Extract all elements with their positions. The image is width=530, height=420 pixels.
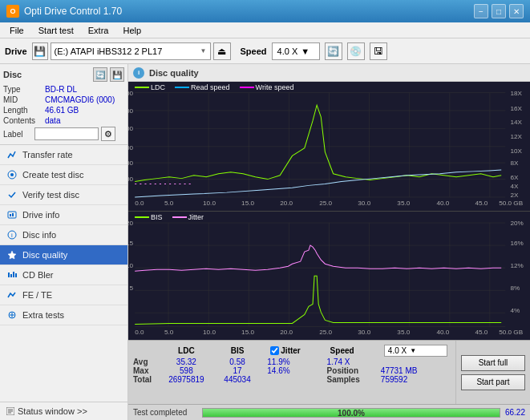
drive-value: (E:) ATAPI iHBS312 2 PL17 — [55, 46, 163, 56]
sidebar-item-fe-te[interactable]: FE / TE — [0, 285, 127, 305]
jitter-checkbox[interactable] — [270, 346, 279, 355]
svg-text:200: 200 — [128, 160, 134, 167]
svg-text:15.0: 15.0 — [241, 200, 254, 207]
disc-refresh-icon[interactable]: 🔄 — [93, 67, 107, 82]
refresh-button[interactable]: 🔄 — [325, 42, 342, 60]
legend-jitter: Jitter — [188, 213, 204, 221]
sidebar-item-create-test-disc[interactable]: Create test disc — [0, 165, 127, 185]
stats-speed-dropdown[interactable]: 4.0 X ▼ — [384, 345, 447, 357]
charts-area: LDC Read speed Write speed — [128, 82, 530, 340]
disc-mid-label: MID — [3, 95, 45, 104]
stats-table: LDC BIS Jitter Speed — [133, 344, 451, 384]
legend-read-speed: Read speed — [191, 83, 230, 91]
svg-text:400: 400 — [128, 125, 134, 132]
progress-bar-container: 100.0% — [202, 408, 500, 418]
total-ldc: 26975819 — [157, 375, 216, 384]
speed-value: 4.0 X — [277, 46, 298, 56]
cd-bler-icon — [6, 269, 18, 281]
disc-contents-label: Contents — [3, 116, 45, 125]
chart-header: i Disc quality — [128, 64, 530, 82]
svg-marker-7 — [8, 251, 16, 259]
svg-rect-9 — [10, 274, 12, 277]
svg-point-1 — [10, 173, 14, 176]
progress-area: Test completed 100.0% 66.22 — [128, 404, 530, 420]
svg-text:15: 15 — [128, 240, 134, 247]
svg-text:15.0: 15.0 — [241, 329, 254, 336]
disc-mid-row: MID CMCMAGDI6 (000) — [3, 95, 124, 104]
extra-tests-icon — [6, 309, 18, 321]
sidebar-item-label-fe-te: FE / TE — [22, 290, 52, 300]
top-chart-legend: LDC Read speed Write speed — [135, 83, 293, 91]
disc-label-input[interactable] — [34, 127, 99, 140]
sidebar-item-label-create-test-disc: Create test disc — [22, 170, 83, 180]
svg-text:16X: 16X — [510, 105, 522, 112]
nav-items: Transfer rate Create test disc Verify te… — [0, 145, 127, 402]
max-label: Max — [133, 366, 157, 375]
maximize-button[interactable]: □ — [492, 4, 506, 18]
disc-label-btn[interactable]: ⚙ — [101, 127, 115, 141]
max-jitter: 14.6% — [267, 366, 326, 375]
menu-start-test[interactable]: Start test — [32, 24, 80, 37]
chart-title-icon: i — [133, 67, 144, 79]
sidebar-item-label-drive-info: Drive info — [22, 210, 59, 220]
svg-text:6X: 6X — [510, 174, 519, 181]
disc-save-icon[interactable]: 💾 — [110, 67, 124, 82]
sidebar-item-drive-info[interactable]: Drive info — [0, 205, 127, 225]
sidebar-item-extra-tests[interactable]: Extra tests — [0, 305, 127, 325]
start-full-button[interactable]: Start full — [461, 355, 525, 371]
sidebar-item-verify-test-disc[interactable]: Verify test disc — [0, 185, 127, 205]
svg-text:5.0: 5.0 — [164, 200, 174, 207]
svg-text:20: 20 — [128, 220, 134, 227]
sidebar-item-label-cd-bler: CD Bler — [22, 270, 54, 280]
disc-button[interactable]: 💿 — [347, 42, 365, 60]
svg-text:12X: 12X — [510, 133, 522, 140]
progress-value: 66.22 — [505, 408, 525, 417]
disc-label-text: Label — [3, 130, 32, 139]
svg-text:100: 100 — [128, 176, 134, 184]
sidebar-item-cd-bler[interactable]: CD Bler — [0, 265, 127, 285]
start-part-button[interactable]: Start part — [461, 374, 525, 390]
top-chart-svg: 600 500 400 300 200 100 18X 16X 14X 12X … — [128, 82, 530, 211]
speed-display: 1.74 X — [327, 357, 451, 366]
disc-header: Disc 🔄 💾 — [3, 67, 124, 82]
svg-text:4%: 4% — [510, 307, 520, 314]
status-window-button[interactable]: Status window >> — [0, 402, 127, 420]
drive-icon[interactable]: 💾 — [32, 42, 48, 60]
svg-text:8%: 8% — [510, 285, 520, 292]
save-button[interactable]: 🖫 — [370, 42, 387, 60]
stats-table-area: LDC BIS Jitter Speed — [128, 341, 455, 404]
menu-help[interactable]: Help — [116, 24, 148, 37]
disc-length-label: Length — [3, 106, 45, 115]
avg-ldc: 35.32 — [157, 357, 216, 366]
close-button[interactable]: ✕ — [509, 4, 524, 18]
disc-length-row: Length 46.61 GB — [3, 106, 124, 115]
app-icon: O — [6, 5, 19, 18]
col-header-ldc: LDC — [157, 344, 216, 357]
sidebar-item-disc-info[interactable]: i Disc info — [0, 225, 127, 245]
svg-text:12%: 12% — [510, 262, 523, 269]
speed-label: Speed — [241, 46, 267, 56]
eject-button[interactable]: ⏏ — [213, 42, 231, 60]
sidebar-item-disc-quality[interactable]: Disc quality — [0, 245, 127, 265]
menu-bar: File Start test Extra Help — [0, 22, 530, 38]
svg-text:8X: 8X — [510, 160, 519, 167]
right-panel: i Disc quality LDC Read speed — [128, 64, 530, 420]
action-buttons: Start full Start part — [455, 341, 530, 404]
svg-rect-10 — [13, 272, 14, 277]
col-header-bis: BIS — [216, 344, 260, 357]
avg-bis: 0.58 — [216, 357, 260, 366]
minimize-button[interactable]: − — [474, 4, 488, 18]
svg-text:30.0: 30.0 — [358, 200, 370, 207]
speed-dropdown[interactable]: 4.0 X ▼ — [272, 42, 320, 60]
max-ldc: 598 — [157, 366, 216, 375]
status-window-icon — [6, 407, 14, 415]
drive-dropdown[interactable]: (E:) ATAPI iHBS312 2 PL17 ▼ — [51, 42, 211, 60]
menu-file[interactable]: File — [3, 24, 30, 37]
menu-extra[interactable]: Extra — [82, 24, 115, 37]
sidebar-item-transfer-rate[interactable]: Transfer rate — [0, 145, 127, 165]
speed-dropdown-arrow: ▼ — [301, 46, 310, 56]
svg-text:5: 5 — [130, 285, 134, 292]
chart-title: Disc quality — [149, 68, 199, 78]
create-test-disc-icon — [6, 169, 18, 180]
sidebar-item-label-transfer-rate: Transfer rate — [22, 150, 73, 160]
